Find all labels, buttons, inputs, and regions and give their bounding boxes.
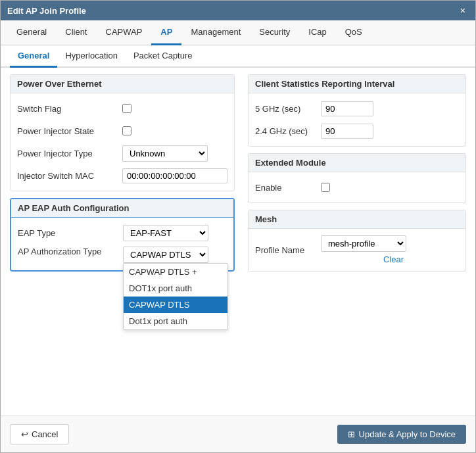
tab-client[interactable]: Client [56, 20, 96, 45]
window-title: Edit AP Join Profile [7, 6, 86, 16]
ap-auth-type-row: AP Authorization Type CAPWAP DTLS CAPWAP… [18, 247, 227, 264]
client-stats-section: Client Statistics Reporting Interval 5 G… [248, 74, 466, 147]
tab-security[interactable]: Security [250, 20, 299, 45]
update-label: Update & Apply to Device [359, 429, 456, 439]
ap-auth-type-label: AP Authorization Type [18, 247, 123, 256]
title-bar: Edit AP Join Profile × [1, 1, 475, 20]
edit-ap-join-profile-window: Edit AP Join Profile × General Client CA… [0, 0, 476, 453]
cancel-label: Cancel [32, 429, 58, 439]
eap-type-select[interactable]: EAP-FAST [123, 225, 208, 241]
profile-name-row: Profile Name mesh-profile Clear [255, 235, 459, 264]
subtab-hyperlocation[interactable]: Hyperlocation [57, 45, 126, 68]
tab-ap[interactable]: AP [151, 20, 181, 45]
tab-capwap[interactable]: CAPWAP [97, 20, 152, 45]
24ghz-label: 2.4 GHz (sec) [255, 126, 321, 136]
extended-module-section-title: Extended Module [249, 154, 465, 172]
5ghz-input[interactable] [321, 101, 373, 116]
power-injector-type-select[interactable]: Unknown [122, 145, 208, 162]
dropdown-option-dot1x-port-auth[interactable]: DOT1x port auth [124, 280, 227, 297]
poe-section-title: Power Over Ethernet [11, 75, 234, 93]
power-injector-type-row: Power Injector Type Unknown [17, 145, 227, 162]
tab-qos[interactable]: QoS [336, 20, 371, 45]
switch-flag-checkbox[interactable] [122, 104, 131, 113]
ap-auth-type-dropdown-menu: CAPWAP DTLS + DOT1x port auth CAPWAP DTL… [123, 263, 228, 330]
dropdown-option-capwap-dtls-plus[interactable]: CAPWAP DTLS + [124, 264, 227, 280]
clear-link[interactable]: Clear [321, 254, 406, 264]
profile-name-select[interactable]: mesh-profile [321, 235, 406, 252]
right-column: Client Statistics Reporting Interval 5 G… [248, 74, 466, 272]
main-content: Power Over Ethernet Switch Flag Power In… [1, 68, 475, 416]
injector-switch-mac-label: Injector Switch MAC [17, 171, 122, 181]
poe-section: Power Over Ethernet Switch Flag Power In… [10, 74, 235, 191]
5ghz-label: 5 GHz (sec) [255, 104, 321, 114]
undo-icon: ↩ [21, 429, 28, 439]
profile-name-label: Profile Name [255, 245, 321, 255]
update-apply-button[interactable]: ⊞ Update & Apply to Device [337, 425, 466, 444]
extended-module-section-body: Enable [249, 172, 465, 203]
left-column: Power Over Ethernet Switch Flag Power In… [10, 74, 235, 272]
tab-icap[interactable]: ICap [299, 20, 335, 45]
eap-auth-section-title: AP EAP Auth Configuration [11, 199, 233, 218]
close-button[interactable]: × [457, 5, 469, 16]
enable-row: Enable [255, 179, 459, 196]
client-stats-section-body: 5 GHz (sec) 2.4 GHz (sec) [249, 93, 465, 146]
eap-type-row: EAP Type EAP-FAST [18, 224, 227, 241]
mesh-section-title: Mesh [249, 210, 465, 229]
power-injector-state-label: Power Injector State [17, 126, 122, 136]
mesh-section-body: Profile Name mesh-profile Clear [249, 229, 465, 271]
switch-flag-label: Switch Flag [17, 104, 122, 114]
profile-name-group: mesh-profile Clear [321, 235, 406, 264]
device-icon: ⊞ [348, 429, 355, 439]
injector-switch-mac-row: Injector Switch MAC [17, 167, 227, 184]
switch-flag-row: Switch Flag [17, 100, 227, 117]
eap-type-label: EAP Type [18, 228, 123, 238]
sub-tabs: General Hyperlocation Packet Capture [1, 45, 475, 68]
tab-management[interactable]: Management [181, 20, 250, 45]
tab-general[interactable]: General [7, 20, 56, 45]
dropdown-option-dot1x-port-auth2[interactable]: Dot1x port auth [124, 313, 227, 329]
poe-section-body: Switch Flag Power Injector State Power I… [11, 93, 234, 191]
24ghz-input[interactable] [321, 124, 373, 139]
power-injector-state-row: Power Injector State [17, 122, 227, 139]
eap-auth-section: AP EAP Auth Configuration EAP Type EAP-F… [10, 198, 235, 272]
cancel-button[interactable]: ↩ Cancel [10, 424, 69, 444]
ap-auth-type-dropdown-container: CAPWAP DTLS CAPWAP DTLS + DOT1x port aut… [123, 247, 208, 263]
subtab-general[interactable]: General [10, 45, 57, 68]
power-injector-type-label: Power Injector Type [17, 149, 122, 158]
eap-auth-section-body: EAP Type EAP-FAST AP Authorization Type … [11, 218, 233, 270]
power-injector-state-checkbox[interactable] [122, 126, 131, 135]
two-column-layout: Power Over Ethernet Switch Flag Power In… [10, 74, 466, 272]
subtab-packet-capture[interactable]: Packet Capture [126, 45, 201, 68]
client-stats-section-title: Client Statistics Reporting Interval [249, 75, 465, 93]
enable-checkbox[interactable] [321, 183, 330, 192]
mesh-section: Mesh Profile Name mesh-profile Clear [248, 210, 466, 272]
ap-auth-type-select[interactable]: CAPWAP DTLS [123, 247, 208, 263]
main-tabs: General Client CAPWAP AP Management Secu… [1, 20, 475, 45]
dropdown-option-capwap-dtls[interactable]: CAPWAP DTLS [124, 297, 227, 313]
5ghz-row: 5 GHz (sec) [255, 100, 459, 117]
24ghz-row: 2.4 GHz (sec) [255, 122, 459, 139]
injector-switch-mac-input[interactable] [122, 168, 227, 183]
enable-label: Enable [255, 183, 321, 193]
extended-module-section: Extended Module Enable [248, 153, 466, 203]
footer: ↩ Cancel ⊞ Update & Apply to Device [1, 416, 475, 452]
